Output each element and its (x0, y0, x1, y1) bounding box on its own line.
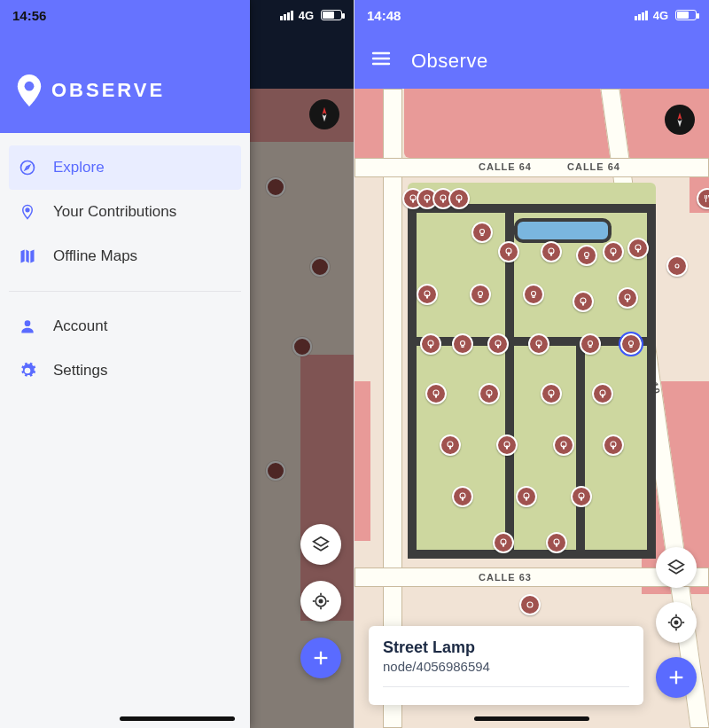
menu-label: Your Contributions (53, 203, 176, 221)
svg-point-24 (675, 264, 679, 268)
poi-tree[interactable] (592, 383, 613, 404)
gear-icon (18, 361, 37, 380)
svg-marker-2 (314, 537, 329, 546)
svg-marker-0 (323, 107, 327, 114)
poi-tree[interactable] (417, 284, 438, 305)
poi-tree[interactable] (425, 383, 447, 404)
brand-text: OBSERVE (51, 79, 165, 102)
status-time: 14:56 (12, 8, 46, 23)
poi-tree[interactable] (479, 383, 500, 404)
menu-account[interactable]: Account (9, 304, 241, 348)
poi-tree[interactable] (448, 188, 470, 209)
appbar-title: Observe (411, 50, 488, 73)
poi-tree[interactable] (440, 434, 461, 456)
poi-lamp-selected[interactable] (620, 333, 642, 355)
pin-icon (18, 202, 37, 222)
menu-label: Offline Maps (53, 247, 137, 265)
poi-lamp[interactable] (580, 333, 601, 355)
menu-button[interactable] (370, 48, 392, 73)
poi-tree[interactable] (571, 486, 592, 507)
poi-tree[interactable] (541, 383, 562, 404)
poi-lamp[interactable] (523, 284, 544, 305)
add-button[interactable] (656, 657, 697, 698)
person-icon (18, 317, 37, 336)
poi-tree[interactable] (603, 241, 624, 262)
poi-tree[interactable] (546, 532, 567, 553)
compass-icon (18, 158, 37, 177)
feature-card[interactable]: Street Lamp node/4056986594 (369, 626, 643, 705)
locate-button[interactable] (300, 581, 341, 622)
poi-lamp[interactable] (470, 284, 491, 305)
svg-marker-27 (669, 560, 684, 569)
poi-lamp[interactable] (452, 333, 473, 355)
menu-label: Explore (53, 159, 105, 176)
compass-icon[interactable] (309, 99, 339, 129)
poi-tree[interactable] (496, 434, 518, 456)
svg-marker-1 (323, 114, 327, 121)
poi-lamp[interactable] (576, 245, 597, 266)
map-icon (18, 247, 37, 266)
layers-button[interactable] (300, 524, 341, 565)
home-indicator (474, 716, 589, 721)
poi-tree[interactable] (541, 241, 562, 262)
poi-tree[interactable] (617, 287, 638, 309)
svg-marker-13 (26, 166, 30, 170)
menu-label: Account (53, 317, 107, 335)
poi-tree[interactable] (493, 532, 514, 553)
menu-offline-maps[interactable]: Offline Maps (9, 234, 241, 278)
feature-title: Street Lamp (383, 638, 629, 657)
poi-marker[interactable] (666, 255, 688, 277)
menu-settings[interactable]: Settings (9, 348, 241, 393)
poi-tree[interactable] (603, 434, 624, 456)
menu-label: Settings (53, 362, 107, 380)
status-network: 4G (635, 9, 697, 22)
menu-explore[interactable]: Explore (9, 145, 241, 190)
add-button[interactable] (300, 638, 341, 678)
layers-button[interactable] (656, 547, 697, 588)
svg-marker-25 (678, 113, 682, 120)
poi-tree[interactable] (498, 241, 519, 262)
svg-marker-26 (678, 120, 682, 127)
menu-contributions[interactable]: Your Contributions (9, 190, 241, 234)
poi-tree[interactable] (516, 486, 537, 507)
feature-id: node/4056986594 (383, 659, 629, 674)
svg-point-11 (25, 82, 35, 91)
svg-point-29 (674, 621, 677, 623)
svg-point-14 (26, 208, 29, 212)
logo-pin-icon (16, 74, 43, 106)
svg-point-15 (25, 320, 31, 326)
home-indicator (120, 716, 235, 721)
locate-button[interactable] (656, 602, 697, 643)
svg-point-4 (319, 599, 322, 602)
road-label: CALLE 64 (479, 161, 532, 172)
poi-lamp[interactable] (471, 222, 493, 243)
road-label: CALLE 63 (479, 572, 532, 583)
poi-tree[interactable] (553, 434, 574, 456)
poi-marker[interactable] (519, 594, 541, 615)
phone-map-view: 14:48 4G Observe CALLE 64 CALLE 64 CALLE… (354, 0, 709, 728)
road-label: CALLE 64 (567, 161, 620, 172)
svg-point-12 (21, 161, 35, 175)
poi-tree[interactable] (627, 238, 649, 259)
poi-tree[interactable] (528, 333, 549, 355)
poi-tree[interactable] (452, 486, 473, 507)
poi-tree[interactable] (573, 291, 594, 312)
poi-tree[interactable] (487, 333, 509, 355)
compass-icon[interactable] (665, 105, 695, 135)
status-time: 14:48 (367, 8, 401, 23)
drawer-divider (9, 291, 241, 292)
phone-drawer-view: 14:56 4G OBSERVE (0, 0, 354, 728)
poi-tree[interactable] (420, 333, 441, 355)
svg-rect-23 (527, 602, 533, 607)
navigation-drawer: OBSERVE Explore Your Contributions (0, 0, 250, 728)
